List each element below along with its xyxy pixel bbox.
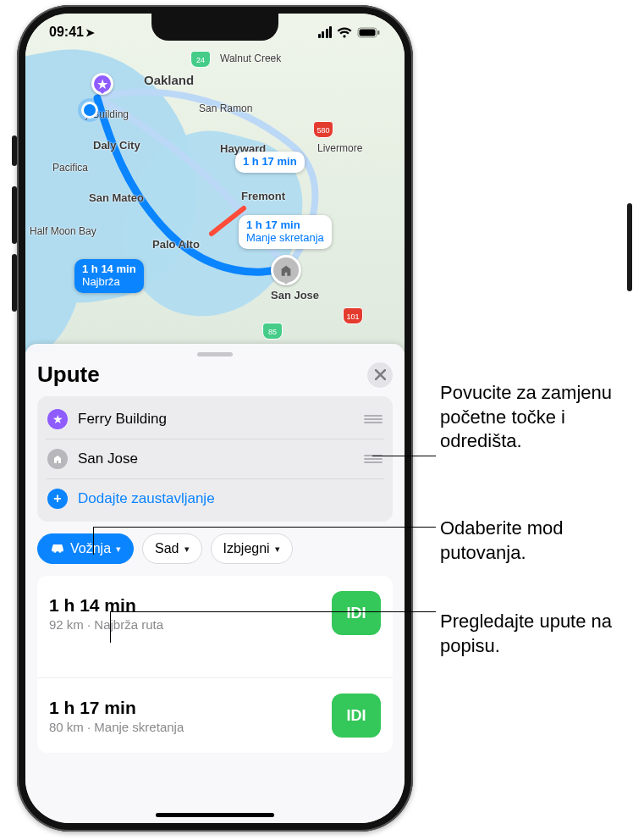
waypoint-end-row[interactable]: San Jose xyxy=(46,439,384,478)
go-button[interactable]: IDI xyxy=(332,591,381,635)
close-icon xyxy=(375,369,386,380)
route-callout-time: 1 h 14 min xyxy=(82,262,136,275)
sheet-grabber[interactable] xyxy=(197,352,233,356)
route-option-1[interactable]: 1 h 14 min 92 km · Najbrža ruta IDI xyxy=(37,576,393,677)
drag-handle-icon[interactable] xyxy=(364,412,383,427)
battery-icon xyxy=(357,27,381,38)
screen: 09:41 ➤ xyxy=(25,14,405,823)
star-icon: ★ xyxy=(47,409,68,429)
route-callout-sub: Manje skretanja xyxy=(246,231,324,244)
route-subtitle: 80 km · Manje skretanja xyxy=(49,720,184,734)
cellular-icon xyxy=(318,26,333,38)
clock-label: 09:41 xyxy=(49,25,84,40)
go-label: IDI xyxy=(346,707,366,725)
waypoint-start-label: Ferry Building xyxy=(78,411,354,428)
chevron-down-icon: ▾ xyxy=(184,544,190,555)
annotation-swap: Povucite za zamjenu početne točke i odre… xyxy=(440,381,635,454)
car-icon xyxy=(50,541,65,556)
route-time: 1 h 17 min xyxy=(49,698,184,718)
chevron-down-icon: ▾ xyxy=(275,544,280,555)
route-list: 1 h 14 min 92 km · Najbrža ruta IDI 1 h … xyxy=(37,576,393,753)
waypoint-start-row[interactable]: ★ Ferry Building xyxy=(46,400,384,439)
map-canvas[interactable]: Walnut Creek Oakland San Ramon Pacifica … xyxy=(25,14,405,352)
mode-row: Vožnja ▾ Sad ▾ Izbjegni ▾ xyxy=(37,533,393,564)
home-indicator[interactable] xyxy=(156,813,274,817)
status-time: 09:41 ➤ xyxy=(49,25,95,40)
avoid-label: Izbjegni xyxy=(223,541,270,556)
route-callout-fastest[interactable]: 1 h 14 min Najbrža xyxy=(74,259,144,293)
sheet-title: Upute xyxy=(37,362,100,388)
waypoints-card: ★ Ferry Building San Jose + xyxy=(37,396,393,522)
go-button[interactable]: IDI xyxy=(332,694,381,738)
destination-icon xyxy=(47,449,68,469)
mode-drive-label: Vožnja xyxy=(70,541,111,556)
location-arrow-icon: ➤ xyxy=(85,26,95,39)
route-callout-sub: Najbrža xyxy=(82,275,120,288)
route-callout-time: 1 h 17 min xyxy=(243,155,297,168)
plus-icon: + xyxy=(47,489,68,509)
annotation-list: Pregledajte upute na popisu. xyxy=(440,610,635,658)
route-subtitle: 92 km · Najbrža ruta xyxy=(49,617,163,632)
notch xyxy=(151,14,278,41)
go-label: IDI xyxy=(346,605,366,622)
start-pin-icon[interactable]: ★ xyxy=(91,73,113,95)
depart-now-label: Sad xyxy=(155,541,179,556)
drag-handle-icon[interactable] xyxy=(364,451,383,467)
close-button[interactable] xyxy=(367,362,393,388)
svg-rect-1 xyxy=(360,29,376,36)
destination-pin-icon[interactable] xyxy=(271,255,301,285)
route-callout-time: 1 h 17 min xyxy=(246,218,300,231)
depart-now-pill[interactable]: Sad ▾ xyxy=(142,533,201,564)
phone-frame: 09:41 ➤ xyxy=(17,5,413,832)
chevron-down-icon: ▾ xyxy=(116,544,121,555)
directions-sheet[interactable]: Upute ★ Ferry Building San Jo xyxy=(25,344,405,823)
route-option-2[interactable]: 1 h 17 min 80 km · Manje skretanja IDI xyxy=(37,677,393,753)
annotation-mode: Odaberite mod putovanja. xyxy=(440,517,635,565)
svg-rect-2 xyxy=(377,30,380,35)
waypoint-end-label: San Jose xyxy=(78,450,354,467)
add-stop-row[interactable]: + Dodajte zaustavljanje xyxy=(46,478,384,518)
route-callout-alt[interactable]: 1 h 17 min xyxy=(235,152,305,173)
route-callout-fewer-turns[interactable]: 1 h 17 min Manje skretanja xyxy=(239,215,332,249)
mode-drive-pill[interactable]: Vožnja ▾ xyxy=(37,533,134,564)
avoid-pill[interactable]: Izbjegni ▾ xyxy=(211,533,293,564)
route-lines xyxy=(25,14,405,352)
current-location-icon[interactable] xyxy=(81,102,98,119)
wifi-icon xyxy=(337,27,352,38)
add-stop-label: Dodajte zaustavljanje xyxy=(78,490,383,507)
